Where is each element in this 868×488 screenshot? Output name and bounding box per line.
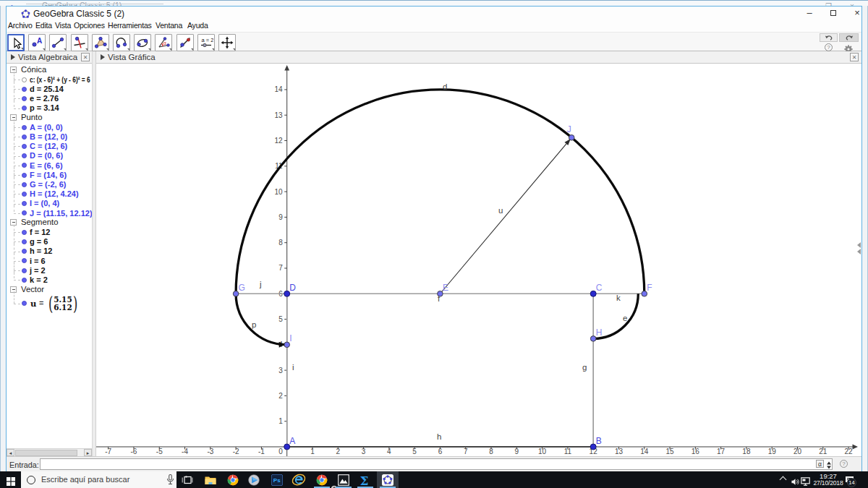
algebra-item[interactable]: f = 12 — [7, 228, 92, 237]
tray-chevron-up-icon[interactable] — [780, 477, 787, 484]
move-tool[interactable] — [7, 34, 25, 51]
network-icon[interactable] — [801, 476, 810, 488]
algebra-item[interactable]: d = 25.14 — [7, 85, 92, 94]
visible-object-marker[interactable] — [22, 96, 27, 101]
point-C[interactable] — [590, 291, 596, 296]
point-I[interactable] — [284, 342, 290, 348]
menu-ayuda[interactable]: Ayuda — [187, 21, 208, 30]
visible-object-marker[interactable] — [22, 153, 27, 158]
maximize-button[interactable] — [822, 7, 845, 20]
algebra-header-arrow-icon[interactable] — [11, 54, 15, 60]
input-field[interactable] — [40, 458, 833, 470]
angle-tool[interactable]: α — [155, 34, 172, 51]
help-icon[interactable]: ? — [825, 43, 833, 51]
algebra-horizontal-scrollbar[interactable]: ◂ ▸ — [7, 448, 92, 456]
sidebar-collapse-handle[interactable] — [857, 241, 862, 257]
algebra-item[interactable]: D = (0, 6) — [7, 151, 92, 160]
move-view-tool[interactable] — [218, 34, 236, 51]
input-history-spinner[interactable] — [827, 459, 832, 468]
point-A[interactable] — [284, 444, 290, 450]
redo-button[interactable] — [839, 33, 859, 42]
algebra-item[interactable]: G = (-2, 6) — [7, 180, 92, 189]
menu-opciones[interactable]: Opciones — [74, 21, 105, 30]
algebra-item[interactable]: A = (0, 0) — [7, 122, 92, 132]
point-B[interactable] — [590, 444, 596, 450]
algebra-group-Segmento[interactable]: Segmento — [7, 218, 92, 227]
background-window-titlebar[interactable]: GeoGebra Classic 5 (1) – ❐ × — [0, 0, 868, 6]
undo-button[interactable] — [820, 33, 838, 42]
transform-tool[interactable] — [176, 34, 194, 51]
polygon-tool[interactable] — [92, 34, 109, 51]
algebra-item[interactable]: B = (12, 0) — [7, 132, 92, 142]
line-tool[interactable] — [49, 34, 67, 51]
visible-object-marker[interactable] — [22, 249, 27, 254]
menu-edita[interactable]: Edita — [35, 21, 52, 30]
visible-object-marker[interactable] — [22, 268, 27, 273]
visible-object-marker[interactable] — [22, 301, 27, 306]
menu-ventana[interactable]: Ventana — [156, 21, 182, 30]
graphics-view[interactable]: -7-6-5-4-3-2-112345678910111213141516171… — [96, 64, 861, 456]
point-E[interactable] — [438, 291, 443, 297]
menu-vista[interactable]: Vista — [55, 21, 71, 30]
algebra-item[interactable]: i = 6 — [7, 256, 92, 265]
visible-object-marker[interactable] — [22, 239, 27, 244]
point-D[interactable] — [284, 291, 290, 296]
algebra-item[interactable]: E = (6, 6) — [7, 160, 92, 170]
scrollbar-left-arrow[interactable]: ◂ — [7, 449, 14, 456]
menu-herramientas[interactable]: Herramientas — [108, 21, 152, 30]
algebra-item[interactable]: C = (12, 6) — [7, 142, 92, 151]
graphics-header-arrow-icon[interactable] — [101, 54, 105, 60]
algebra-item[interactable]: J = (11.15, 12.12) — [7, 208, 92, 218]
visible-object-marker[interactable] — [22, 192, 27, 197]
hidden-object-marker[interactable] — [22, 77, 27, 82]
point-F[interactable] — [642, 291, 647, 297]
scrollbar-thumb[interactable] — [15, 450, 77, 456]
visible-object-marker[interactable] — [22, 173, 27, 178]
visible-object-marker[interactable] — [22, 182, 27, 187]
input-help-icon[interactable]: ? — [840, 460, 848, 468]
scrollbar-right-arrow[interactable]: ▸ — [84, 449, 92, 456]
greek-alpha-button[interactable]: α — [816, 460, 824, 468]
algebra-item[interactable]: F = (14, 6) — [7, 170, 92, 179]
algebra-item[interactable]: j = 2 — [7, 265, 92, 275]
visible-object-marker[interactable] — [22, 230, 27, 235]
speaker-icon[interactable] — [791, 476, 800, 488]
tray-clock[interactable]: 19:27 27/10/2018 — [812, 473, 844, 487]
point-tool[interactable]: A — [28, 34, 46, 51]
visible-object-marker[interactable] — [22, 134, 27, 140]
algebra-group-Cónica[interactable]: Cónica — [7, 65, 92, 74]
visible-object-marker[interactable] — [22, 278, 27, 283]
slider-tool[interactable]: a = 2 — [197, 34, 215, 51]
titlebar[interactable]: GeoGebra Classic 5 (2) – × — [7, 7, 861, 20]
point-H[interactable] — [590, 336, 596, 342]
algebra-item[interactable]: I = (0, 4) — [7, 199, 92, 208]
algebra-group-Punto[interactable]: Punto — [7, 113, 92, 122]
point-G[interactable] — [233, 291, 239, 297]
visible-object-marker[interactable] — [22, 210, 27, 215]
algebra-item[interactable]: e = 2.76 — [7, 94, 92, 103]
graphics-close-icon[interactable]: ✕ — [850, 53, 859, 61]
algebra-item[interactable]: h = 12 — [7, 247, 92, 256]
algebra-item[interactable]: k = 2 — [7, 275, 92, 285]
algebra-item[interactable]: H = (12, 4.24) — [7, 189, 92, 199]
visible-object-marker[interactable] — [22, 144, 27, 149]
vector-u[interactable] — [440, 144, 566, 294]
circle-tool[interactable] — [113, 34, 130, 51]
close-button[interactable]: × — [846, 7, 868, 20]
algebra-item[interactable]: c: (x - 6)² + (y - 6)² = 6 — [7, 74, 92, 84]
algebra-view[interactable]: Cónica c: (x - 6)² + (y - 6)² = 6 d = 25… — [7, 64, 92, 448]
algebra-close-icon[interactable]: ✕ — [81, 53, 90, 61]
visible-object-marker[interactable] — [22, 106, 27, 111]
algebra-item[interactable]: g = 6 — [7, 237, 92, 247]
conic-tool[interactable] — [134, 34, 151, 51]
perpendicular-tool[interactable] — [71, 34, 88, 51]
algebra-item-vector-u[interactable]: u = ( 5.156.12 ) — [7, 294, 92, 313]
visible-object-marker[interactable] — [22, 125, 27, 130]
point-J[interactable] — [569, 135, 574, 141]
visible-object-marker[interactable] — [22, 201, 27, 206]
algebra-item[interactable]: p = 3.14 — [7, 103, 92, 113]
minimize-button[interactable]: – — [798, 7, 821, 20]
visible-object-marker[interactable] — [22, 163, 27, 168]
arc-d[interactable] — [236, 90, 644, 294]
menu-archivo[interactable]: Archivo — [8, 21, 33, 30]
